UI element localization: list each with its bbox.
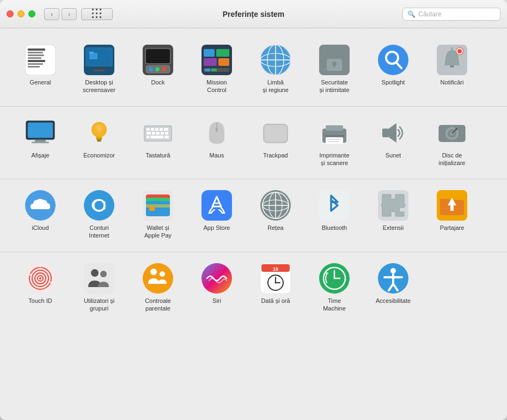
svg-rect-11	[89, 53, 97, 59]
printers-label: Imprimanteși scanere	[319, 151, 349, 167]
pref-item-printers[interactable]: Imprimanteși scanere	[305, 112, 364, 172]
pref-item-touchid[interactable]: Touch ID	[11, 258, 70, 317]
section-4-grid: Touch ID	[11, 258, 496, 317]
pref-item-parental[interactable]: Controaleparentale	[129, 258, 187, 317]
accounts-icon	[83, 189, 115, 222]
language-label: Limbăși regiune	[262, 78, 289, 94]
touchid-label: Touch ID	[28, 297, 52, 305]
pref-item-bluetooth[interactable]: Bluetooth	[305, 185, 364, 244]
svg-rect-26	[218, 58, 229, 66]
svg-rect-127	[84, 263, 114, 294]
pref-item-network[interactable]: Rețea	[246, 185, 305, 244]
displays-label: Afișaje	[31, 151, 49, 159]
titlebar: ‹ › Preferințe sistem 🔍	[0, 0, 507, 28]
search-input[interactable]	[418, 10, 496, 18]
pref-item-security[interactable]: Securitateși intimitate	[305, 39, 364, 99]
general-icon	[24, 44, 57, 76]
back-button[interactable]: ‹	[44, 8, 59, 20]
svg-rect-28	[205, 69, 210, 71]
pref-item-siri[interactable]: Siri	[187, 258, 246, 317]
bluetooth-icon	[318, 189, 351, 222]
grid-view-button[interactable]	[81, 8, 113, 20]
accounts-label: ConturiInternet	[89, 224, 109, 240]
pref-item-users[interactable]: Utilizatori șigrupuri	[70, 258, 129, 317]
window-title: Preferințe sistem	[223, 10, 285, 19]
svg-rect-63	[151, 128, 154, 131]
parental-label: Controaleparentale	[145, 297, 171, 313]
svg-point-123	[39, 277, 41, 279]
wallet-icon	[142, 189, 174, 222]
dock-label: Dock	[151, 78, 164, 86]
accessibility-icon	[377, 262, 410, 295]
forward-button[interactable]: ›	[62, 8, 77, 20]
search-box[interactable]: 🔍	[402, 8, 500, 21]
pref-item-language[interactable]: Limbăși regiune	[246, 39, 305, 99]
pref-item-energy[interactable]: Economizor	[70, 112, 129, 172]
pref-item-notifications[interactable]: Notificări	[423, 39, 481, 99]
minimize-button[interactable]	[17, 10, 25, 17]
pref-item-timemachine[interactable]: TimeMachine	[305, 258, 364, 317]
security-label: Securitateși intimitate	[319, 78, 349, 94]
svg-text:16: 16	[273, 266, 278, 272]
pref-item-accounts[interactable]: ConturiInternet	[70, 185, 129, 244]
svg-point-132	[160, 271, 165, 277]
pref-item-general[interactable]: General	[11, 39, 70, 99]
timemachine-label: TimeMachine	[323, 297, 346, 313]
trackpad-label: Trackpad	[263, 151, 288, 159]
displays-icon	[24, 117, 57, 149]
pref-item-mission[interactable]: MissionControl	[187, 39, 246, 99]
svg-point-147	[390, 268, 396, 273]
svg-rect-29	[211, 69, 217, 71]
main-window: ‹ › Preferințe sistem 🔍	[0, 0, 507, 420]
content-area: General	[0, 28, 507, 420]
svg-point-94	[84, 190, 114, 221]
section-4: Touch ID	[0, 252, 507, 325]
sound-label: Sunet	[386, 151, 401, 159]
pref-item-keyboard[interactable]: Tastatură	[129, 112, 187, 172]
svg-point-59	[91, 122, 107, 137]
svg-point-19	[149, 67, 153, 71]
svg-rect-82	[328, 139, 341, 140]
language-icon	[259, 44, 292, 76]
pref-item-dock[interactable]: Dock	[129, 39, 187, 99]
pref-item-mouse[interactable]: Maus	[187, 112, 246, 172]
svg-rect-57	[96, 138, 102, 140]
timemachine-icon	[318, 262, 351, 295]
pref-item-trackpad[interactable]: Trackpad	[246, 112, 305, 172]
parental-icon	[142, 262, 174, 295]
pref-item-spotlight[interactable]: Spotlight	[364, 39, 423, 99]
pref-item-startup[interactable]: Disc deinițializare	[423, 112, 481, 172]
svg-rect-68	[152, 132, 155, 135]
icloud-icon	[24, 189, 57, 222]
pref-item-sound[interactable]: Sunet	[364, 112, 423, 172]
svg-rect-78	[265, 125, 286, 142]
pref-item-icloud[interactable]: iCloud	[11, 185, 70, 244]
svg-rect-72	[150, 136, 163, 138]
svg-rect-51	[28, 123, 53, 138]
pref-item-datetime[interactable]: 16 Dată și oră	[246, 258, 305, 317]
users-label: Utilizatori șigrupuri	[84, 297, 114, 313]
pref-item-displays[interactable]: Afișaje	[11, 112, 70, 172]
svg-point-49	[457, 48, 462, 54]
maximize-button[interactable]	[28, 10, 35, 17]
section-2: Afișaje	[0, 107, 507, 180]
close-button[interactable]	[7, 10, 14, 17]
svg-point-92	[455, 128, 457, 130]
pref-item-desktop[interactable]: Desktop șiscreensaver	[70, 39, 129, 99]
pref-item-appstore[interactable]: App Store	[187, 185, 246, 244]
desktop-icon	[83, 44, 115, 76]
mouse-icon	[200, 117, 233, 149]
icloud-label: iCloud	[32, 224, 48, 232]
siri-label: Siri	[212, 297, 221, 305]
pref-item-accessibility[interactable]: Accesibilitate	[364, 258, 423, 317]
datetime-label: Dată și oră	[261, 297, 290, 305]
pref-item-wallet[interactable]: Wallet șiApple Pay	[129, 185, 187, 244]
mission-icon	[200, 44, 233, 76]
network-label: Rețea	[267, 224, 283, 232]
appstore-label: App Store	[204, 224, 230, 232]
pref-item-extensions[interactable]: Extensii	[364, 185, 423, 244]
pref-item-sharing[interactable]: Partajare	[423, 185, 481, 244]
startup-icon	[436, 117, 468, 149]
mouse-label: Maus	[210, 151, 224, 159]
svg-rect-62	[146, 128, 150, 131]
